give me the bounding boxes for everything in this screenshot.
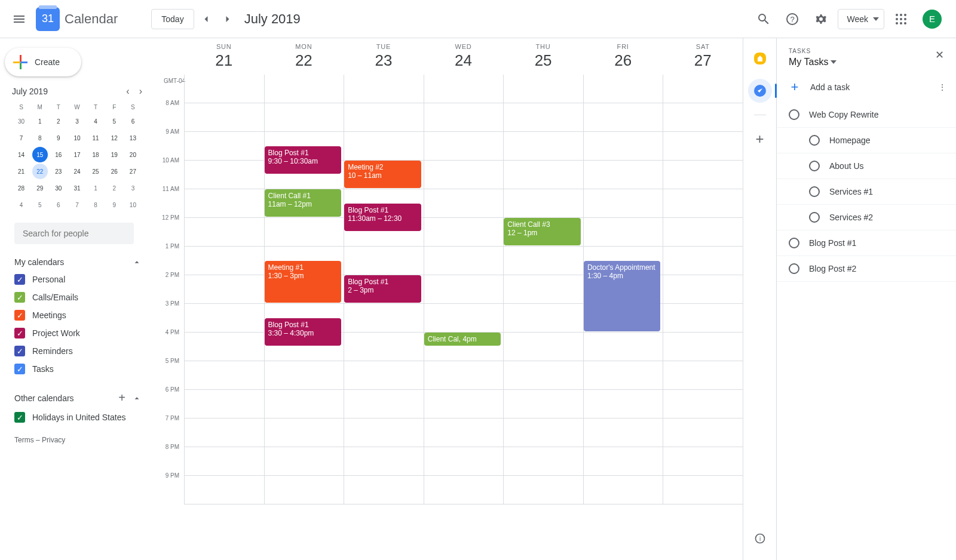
- day-column[interactable]: [663, 75, 743, 504]
- task-checkbox[interactable]: [789, 238, 799, 248]
- day-header[interactable]: FRI26: [583, 38, 663, 75]
- mini-day[interactable]: 1: [88, 180, 103, 196]
- mini-day[interactable]: 18: [88, 147, 103, 162]
- calendar-checkbox[interactable]: ✓: [14, 364, 25, 374]
- task-item[interactable]: Homepage: [777, 128, 956, 153]
- mini-day[interactable]: 19: [106, 147, 122, 162]
- day-header[interactable]: SUN21: [184, 38, 264, 75]
- time-grid-scroll[interactable]: 8 AM9 AM10 AM11 AM12 PM1 PM2 PM3 PM4 PM5…: [151, 75, 743, 560]
- mini-day[interactable]: 13: [125, 130, 140, 146]
- mini-day[interactable]: 29: [32, 180, 48, 196]
- mini-day[interactable]: 6: [125, 113, 140, 129]
- mini-day[interactable]: 7: [69, 197, 85, 213]
- mini-day[interactable]: 10: [69, 130, 85, 146]
- keep-button[interactable]: [748, 47, 772, 70]
- calendar-item[interactable]: ✓Calls/Emails: [14, 288, 146, 306]
- task-checkbox[interactable]: [809, 186, 820, 197]
- terms-link[interactable]: Terms: [14, 436, 34, 444]
- mini-day[interactable]: 27: [125, 164, 140, 179]
- task-checkbox[interactable]: [809, 135, 820, 146]
- mini-day[interactable]: 5: [32, 197, 48, 213]
- mini-day[interactable]: 3: [125, 180, 140, 196]
- calendar-event[interactable]: Blog Post #19:30 – 10:30am: [265, 146, 342, 174]
- task-item[interactable]: Services #2: [777, 205, 956, 230]
- mini-day[interactable]: 1: [32, 113, 48, 129]
- calendar-event[interactable]: Blog Post #12 – 3pm: [344, 275, 421, 303]
- calendar-event[interactable]: Meeting #210 – 11am: [344, 161, 421, 188]
- calendar-event[interactable]: Doctor's Appointment1:30 – 4pm: [584, 261, 661, 331]
- mini-day[interactable]: 14: [14, 147, 29, 162]
- calendar-item[interactable]: ✓Tasks: [14, 360, 146, 378]
- mini-prev-button[interactable]: ‹: [126, 86, 129, 97]
- today-button[interactable]: Today: [151, 9, 194, 29]
- mini-day[interactable]: 8: [32, 130, 48, 146]
- day-column[interactable]: Client Cal, 4pm: [424, 75, 504, 504]
- add-calendar-button[interactable]: +: [118, 391, 125, 405]
- mini-day[interactable]: 2: [106, 180, 122, 196]
- day-column[interactable]: Blog Post #19:30 – 10:30amClient Call #1…: [264, 75, 344, 504]
- task-item[interactable]: Blog Post #1: [777, 230, 956, 256]
- avatar[interactable]: E: [923, 10, 942, 29]
- day-header[interactable]: MON22: [264, 38, 344, 75]
- apps-button[interactable]: [889, 7, 913, 31]
- task-checkbox[interactable]: [789, 263, 799, 274]
- calendar-item[interactable]: ✓Reminders: [14, 342, 146, 360]
- task-item[interactable]: Web Copy Rewrite: [777, 102, 956, 128]
- day-column[interactable]: Client Call #312 – 1pm: [503, 75, 583, 504]
- mini-day[interactable]: 10: [125, 197, 140, 213]
- mini-day[interactable]: 11: [88, 130, 103, 146]
- mini-day[interactable]: 7: [14, 130, 29, 146]
- calendar-checkbox[interactable]: ✓: [14, 274, 25, 285]
- logo[interactable]: 31 Calendar: [36, 7, 118, 31]
- mini-day[interactable]: 26: [106, 164, 122, 179]
- view-selector[interactable]: Week: [838, 9, 884, 29]
- calendar-event[interactable]: Meeting #11:30 – 3pm: [265, 261, 342, 303]
- mini-day[interactable]: 17: [69, 147, 85, 162]
- day-header[interactable]: WED24: [424, 38, 504, 75]
- tasks-list-selector[interactable]: My Tasks: [789, 57, 946, 67]
- next-week-button[interactable]: [218, 10, 237, 29]
- mini-day[interactable]: 8: [88, 197, 103, 213]
- calendar-event[interactable]: Blog Post #13:30 – 4:30pm: [265, 318, 342, 346]
- mini-day[interactable]: 9: [106, 197, 122, 213]
- tasks-button[interactable]: [748, 79, 772, 103]
- mini-day[interactable]: 22: [32, 164, 48, 179]
- settings-button[interactable]: [809, 7, 833, 31]
- rail-help-button[interactable]: i: [748, 527, 772, 550]
- task-checkbox[interactable]: [789, 109, 799, 120]
- mini-day[interactable]: 12: [106, 130, 122, 146]
- close-tasks-button[interactable]: ✕: [930, 45, 949, 64]
- calendar-event[interactable]: Client Call #111am – 12pm: [265, 189, 342, 217]
- day-column[interactable]: Meeting #210 – 11amBlog Post #111:30am –…: [344, 75, 424, 504]
- mini-day[interactable]: 15: [32, 147, 48, 162]
- mini-day[interactable]: 31: [69, 180, 85, 196]
- day-header[interactable]: SAT27: [663, 38, 743, 75]
- task-item[interactable]: About Us: [777, 153, 956, 179]
- mini-day[interactable]: 4: [14, 197, 29, 213]
- calendar-item[interactable]: ✓Holidays in United States: [14, 408, 146, 426]
- day-column[interactable]: [184, 75, 264, 504]
- menu-button[interactable]: [5, 5, 33, 33]
- mini-day[interactable]: 25: [88, 164, 103, 179]
- add-addon-button[interactable]: +: [748, 127, 772, 151]
- mini-day[interactable]: 30: [51, 180, 66, 196]
- calendar-item[interactable]: ✓Personal: [14, 270, 146, 288]
- privacy-link[interactable]: Privacy: [42, 436, 65, 444]
- search-people-input[interactable]: [14, 223, 134, 244]
- create-button[interactable]: Create: [5, 48, 81, 76]
- mini-day[interactable]: 6: [51, 197, 66, 213]
- mini-day[interactable]: 5: [106, 113, 122, 129]
- add-task-button[interactable]: + Add a task ⋮: [777, 72, 956, 102]
- other-calendars-toggle[interactable]: Other calendars +: [14, 387, 146, 408]
- my-calendars-toggle[interactable]: My calendars: [14, 254, 146, 270]
- task-item[interactable]: Blog Post #2: [777, 256, 956, 282]
- mini-day[interactable]: 23: [51, 164, 66, 179]
- calendar-checkbox[interactable]: ✓: [14, 346, 25, 356]
- mini-next-button[interactable]: ›: [139, 86, 142, 97]
- mini-day[interactable]: 20: [125, 147, 140, 162]
- mini-day[interactable]: 24: [69, 164, 85, 179]
- mini-day[interactable]: 16: [51, 147, 66, 162]
- day-header[interactable]: THU25: [503, 38, 583, 75]
- task-checkbox[interactable]: [809, 161, 820, 171]
- tasks-menu-button[interactable]: ⋮: [938, 82, 946, 92]
